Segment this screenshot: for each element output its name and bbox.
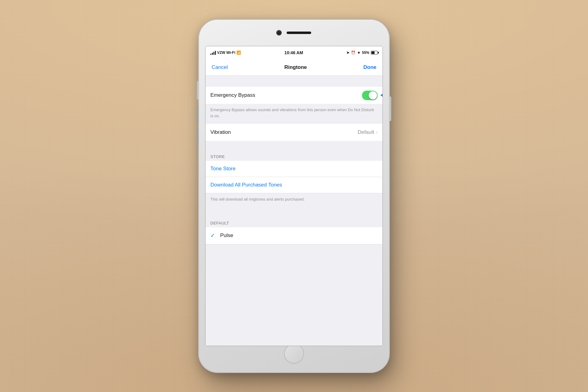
toggle-knob: [369, 91, 377, 100]
emergency-bypass-toggle[interactable]: [362, 91, 378, 100]
vibration-chevron: ›: [376, 130, 378, 135]
default-ringtones-section: ✓ Pulse: [205, 227, 383, 244]
download-description: This will download all ringtones and ale…: [205, 193, 383, 207]
alarm-icon: ⏰: [351, 51, 356, 55]
download-tones-link[interactable]: Download All Purchased Tones: [205, 177, 383, 193]
bottom-gap: [205, 207, 383, 218]
battery-body: [371, 51, 378, 55]
checkmark-icon: ✓: [210, 232, 217, 239]
phone-top-bar: [199, 31, 389, 35]
speaker: [287, 32, 311, 34]
tone-store-link[interactable]: Tone Store: [205, 161, 383, 177]
cancel-button[interactable]: Cancel: [212, 64, 228, 70]
vibration-value: Default: [358, 129, 374, 135]
vibration-row[interactable]: Vibration Default ›: [205, 124, 383, 141]
status-left: VZW Wi-Fi 📶: [210, 51, 241, 55]
store-section: Tone Store Download All Purchased Tones: [205, 161, 383, 193]
emergency-bypass-section: Emergency Bypass 3: [205, 87, 383, 104]
bluetooth-icon: ✦: [357, 51, 360, 55]
battery-icon: [371, 51, 378, 55]
content: Emergency Bypass 3 Emergency Bypass allo…: [205, 76, 383, 346]
phone-screen: VZW Wi-Fi 📶 10:46 AM ➤ ⏰ ✦ 55% Cancel Ri…: [205, 46, 383, 346]
wifi-icon: 📶: [236, 51, 241, 55]
battery-percent: 55%: [362, 51, 369, 55]
status-bar: VZW Wi-Fi 📶 10:46 AM ➤ ⏰ ✦ 55%: [205, 46, 383, 59]
vibration-section: Vibration Default ›: [205, 124, 383, 141]
done-button[interactable]: Done: [363, 64, 376, 70]
signal-bar-4: [215, 51, 216, 55]
carrier-label: VZW Wi-Fi: [217, 51, 235, 55]
mid-gap: [205, 141, 383, 152]
location-icon: ➤: [346, 51, 349, 55]
status-time: 10:46 AM: [285, 50, 303, 55]
page-title: Ringtone: [284, 64, 307, 70]
signal-bar-3: [213, 52, 214, 55]
status-right: ➤ ⏰ ✦ 55%: [346, 51, 378, 55]
emergency-bypass-label: Emergency Bypass: [210, 92, 255, 98]
emergency-bypass-description: Emergency Bypass allows sounds and vibra…: [205, 104, 383, 124]
vibration-label: Vibration: [210, 129, 231, 135]
battery-fill: [371, 51, 375, 54]
store-section-header: STORE: [205, 152, 383, 161]
default-section-header: DEFAULT: [205, 218, 383, 227]
ringtone-pulse-label: Pulse: [220, 232, 233, 239]
emergency-bypass-row: Emergency Bypass 3: [205, 87, 383, 104]
ringtone-pulse-row[interactable]: ✓ Pulse: [205, 227, 383, 244]
signal-bar-1: [210, 54, 211, 55]
vibration-value-group: Default ›: [358, 129, 378, 135]
phone-wrapper: VZW Wi-Fi 📶 10:46 AM ➤ ⏰ ✦ 55% Cancel Ri…: [196, 15, 392, 377]
signal-bar-2: [212, 53, 213, 55]
camera: [277, 31, 281, 35]
signal-bars: [210, 51, 216, 55]
top-gap: [205, 76, 383, 87]
nav-bar: Cancel Ringtone Done: [205, 59, 383, 76]
home-button[interactable]: [285, 345, 303, 363]
